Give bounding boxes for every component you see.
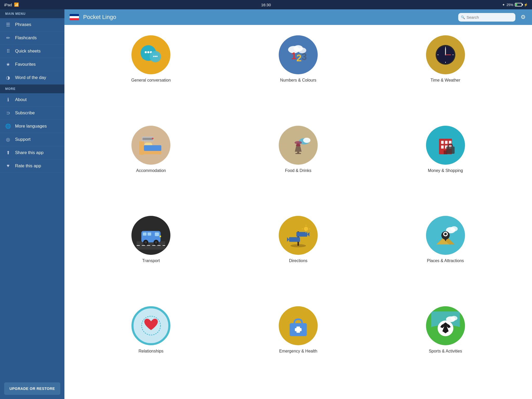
sidebar-item-favourites[interactable]: ★ Favourites: [0, 58, 64, 71]
svg-rect-56: [143, 232, 147, 236]
svg-rect-32: [142, 138, 153, 140]
sidebar-item-quick-sheets[interactable]: ⠿ Quick sheets: [0, 45, 64, 58]
time-display: 16:30: [261, 3, 271, 7]
svg-rect-30: [144, 145, 161, 151]
app-title: Pocket Lingo: [83, 14, 454, 21]
category-sports-activities[interactable]: Sports & Activities: [374, 306, 516, 389]
directions-icon: [284, 221, 312, 250]
category-relationships[interactable]: Relationships: [80, 306, 222, 389]
phrases-label: Phrases: [15, 22, 31, 27]
flashcards-label: Flashcards: [15, 35, 37, 41]
svg-point-75: [450, 226, 458, 231]
category-money-shopping[interactable]: Money & Shopping: [374, 126, 516, 208]
svg-point-68: [304, 227, 308, 231]
emergency-health-label: Emergency & Health: [279, 349, 317, 354]
relationships-icon: [139, 313, 163, 338]
sports-activities-label: Sports & Activities: [429, 349, 462, 354]
category-time-weather[interactable]: Time & Weather: [374, 35, 516, 118]
svg-point-8: [153, 56, 155, 57]
svg-point-39: [295, 141, 302, 144]
svg-rect-51: [446, 147, 455, 154]
search-input[interactable]: [458, 13, 515, 22]
accommodation-label: Accommodation: [136, 168, 166, 173]
support-icon: ◎: [5, 137, 11, 142]
food-drinks-icon: [284, 131, 312, 159]
svg-rect-28: [139, 141, 144, 155]
svg-point-42: [296, 144, 301, 146]
quick-sheets-label: Quick sheets: [15, 49, 41, 54]
sidebar-item-support[interactable]: ◎ Support: [0, 133, 64, 146]
category-transport[interactable]: Transport: [80, 216, 222, 298]
svg-point-10: [156, 56, 158, 57]
sidebar: MAIN MENU ☰ Phrases ✏ Flashcards ⠿ Quick…: [0, 9, 64, 399]
svg-rect-44: [441, 141, 444, 144]
app-container: MAIN MENU ☰ Phrases ✏ Flashcards ⠿ Quick…: [0, 9, 532, 399]
language-flag: [70, 14, 79, 20]
svg-point-82: [444, 233, 447, 235]
category-numbers-colours[interactable]: 1 2 3 Numbers & Colours: [227, 35, 369, 118]
about-icon: ℹ: [5, 97, 11, 103]
svg-point-9: [155, 56, 156, 57]
flashcards-icon: ✏: [5, 35, 11, 41]
money-shopping-label: Money & Shopping: [428, 168, 463, 173]
time-weather-label: Time & Weather: [430, 78, 460, 83]
category-places-attractions[interactable]: Places & Attractions: [374, 216, 516, 298]
svg-rect-55: [155, 232, 159, 236]
word-of-the-day-label: Word of the day: [15, 75, 46, 80]
accommodation-icon: [137, 131, 165, 159]
sidebar-item-share[interactable]: ⬆ Share this app: [0, 146, 64, 159]
rate-icon: ♥: [5, 163, 11, 169]
sidebar-item-flashcards[interactable]: ✏ Flashcards: [0, 31, 64, 45]
svg-point-88: [451, 316, 457, 321]
svg-rect-86: [295, 328, 302, 331]
svg-rect-57: [148, 232, 151, 236]
favourites-icon: ★: [5, 62, 11, 67]
svg-rect-66: [289, 237, 300, 242]
sidebar-item-rate[interactable]: ♥ Rate this app: [0, 159, 64, 172]
word-of-the-day-icon: ◑: [5, 75, 11, 81]
phrases-icon: ☰: [5, 22, 11, 28]
main-content: Pocket Lingo ⚙: [64, 9, 532, 399]
charging-icon: ⚡: [524, 3, 528, 7]
food-drinks-label: Food & Drinks: [285, 168, 311, 173]
svg-rect-45: [445, 141, 448, 144]
category-accommodation[interactable]: Accommodation: [80, 126, 222, 208]
transport-icon: [137, 221, 165, 250]
battery-percent: 25%: [507, 3, 513, 7]
category-general-conversation[interactable]: General conversation: [80, 35, 222, 118]
category-food-drinks[interactable]: Food & Drinks: [227, 126, 369, 208]
sidebar-item-more-languages[interactable]: 🌐 More languages: [0, 120, 64, 133]
more-languages-label: More languages: [15, 124, 47, 129]
quick-sheets-icon: ⠿: [5, 48, 11, 54]
share-icon: ⬆: [5, 150, 11, 156]
svg-point-37: [303, 138, 310, 143]
about-label: About: [15, 97, 26, 102]
svg-point-61: [155, 241, 157, 244]
rate-label: Rate this app: [15, 163, 41, 169]
svg-rect-64: [296, 232, 307, 237]
more-header: MORE: [0, 84, 64, 93]
svg-rect-47: [441, 145, 444, 149]
places-attractions-icon: [431, 221, 460, 250]
svg-text:2: 2: [296, 53, 302, 63]
sidebar-item-about[interactable]: ℹ About: [0, 93, 64, 107]
directions-label: Directions: [289, 258, 307, 263]
share-label: Share this app: [15, 150, 44, 155]
bluetooth-icon: ✦: [502, 3, 505, 7]
battery-indicator: [515, 3, 522, 6]
category-grid: General conversation 1 2 3: [64, 25, 532, 399]
svg-point-3: [147, 51, 149, 53]
emergency-health-icon: [284, 311, 312, 340]
category-directions[interactable]: Directions: [227, 216, 369, 298]
category-emergency-health[interactable]: Emergency & Health: [227, 306, 369, 389]
numbers-colours-icon: 1 2 3: [284, 41, 312, 69]
subscribe-icon: ⊃: [5, 110, 11, 116]
sidebar-item-word-of-the-day[interactable]: ◑ Word of the day: [0, 71, 64, 84]
search-wrapper: [458, 13, 515, 22]
sidebar-item-phrases[interactable]: ☰ Phrases: [0, 18, 64, 31]
nav-bar: Pocket Lingo ⚙: [64, 9, 532, 25]
sidebar-item-subscribe[interactable]: ⊃ Subscribe: [0, 107, 64, 120]
upgrade-restore-button[interactable]: UPGRADE or RESTORE: [4, 382, 60, 395]
settings-button[interactable]: ⚙: [520, 13, 527, 22]
relationships-label: Relationships: [138, 349, 163, 354]
